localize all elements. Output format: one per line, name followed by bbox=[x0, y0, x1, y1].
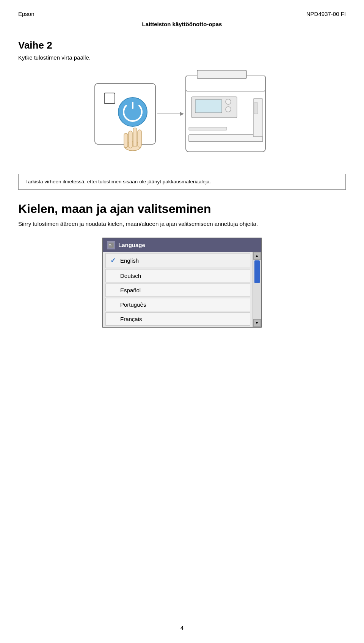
printer-illustration bbox=[18, 68, 346, 167]
svg-rect-17 bbox=[189, 135, 263, 142]
language-item[interactable]: Français bbox=[105, 312, 250, 326]
svg-rect-14 bbox=[195, 99, 222, 113]
language-item[interactable]: Deutsch bbox=[105, 269, 250, 282]
svg-rect-22 bbox=[109, 244, 111, 245]
svg-rect-4 bbox=[129, 131, 132, 148]
section-heading: Kielen, maan ja ajan valitseminen bbox=[0, 190, 364, 216]
step-title: Vaihe 2 bbox=[0, 27, 364, 51]
printer-svg bbox=[83, 68, 281, 167]
page-number: 4 bbox=[180, 625, 184, 631]
language-name: Français bbox=[120, 316, 142, 322]
scrollbar[interactable]: ▲ ▼ bbox=[253, 252, 261, 327]
svg-rect-5 bbox=[133, 128, 137, 147]
svg-rect-7 bbox=[124, 133, 128, 148]
language-item[interactable]: Português bbox=[105, 298, 250, 311]
language-icon bbox=[107, 241, 115, 249]
language-panel-header: Language bbox=[103, 238, 261, 252]
step-subtitle: Kytke tulostimen virta päälle. bbox=[0, 51, 364, 61]
svg-rect-20 bbox=[254, 102, 258, 114]
svg-point-15 bbox=[226, 99, 231, 104]
checkmark-icon: ✓ bbox=[110, 257, 117, 265]
language-panel-title: Language bbox=[118, 242, 145, 248]
scrollbar-thumb bbox=[254, 260, 260, 283]
scrollbar-track bbox=[253, 260, 261, 319]
language-name: Deutsch bbox=[120, 273, 141, 279]
instruction-text: Siirry tulostimen ääreen ja noudata kiel… bbox=[0, 216, 364, 229]
language-panel-wrap: Language ✓EnglishDeutschEspañolPortuguês… bbox=[18, 238, 346, 328]
doc-id-label: NPD4937-00 FI bbox=[306, 11, 346, 17]
info-box-text: Tarkista virheen ilmetessä, ettei tulost… bbox=[25, 179, 211, 184]
scroll-up-button[interactable]: ▲ bbox=[253, 252, 261, 260]
scroll-down-button[interactable]: ▼ bbox=[253, 319, 261, 327]
svg-point-16 bbox=[226, 107, 231, 112]
globe-icon bbox=[108, 242, 114, 248]
svg-rect-18 bbox=[189, 127, 227, 130]
info-box: Tarkista virheen ilmetessä, ettei tulost… bbox=[18, 174, 346, 190]
svg-rect-23 bbox=[109, 246, 112, 246]
language-panel: Language ✓EnglishDeutschEspañolPortuguês… bbox=[102, 238, 262, 328]
language-item[interactable]: ✓English bbox=[105, 253, 250, 268]
language-list: ✓EnglishDeutschEspañolPortuguêsFrançais bbox=[103, 252, 253, 327]
language-name: English bbox=[120, 257, 139, 264]
language-item[interactable]: Español bbox=[105, 284, 250, 297]
brand-label: Epson bbox=[18, 11, 35, 17]
page-title: Laitteiston käyttöönotto-opas bbox=[0, 21, 364, 27]
svg-rect-12 bbox=[197, 70, 246, 79]
language-panel-body: ✓EnglishDeutschEspañolPortuguêsFrançais … bbox=[103, 252, 261, 327]
svg-rect-6 bbox=[138, 130, 141, 147]
svg-marker-9 bbox=[180, 112, 184, 116]
language-name: Português bbox=[120, 301, 146, 308]
language-name: Español bbox=[120, 287, 141, 293]
page-header: Epson NPD4937-00 FI bbox=[0, 0, 364, 17]
